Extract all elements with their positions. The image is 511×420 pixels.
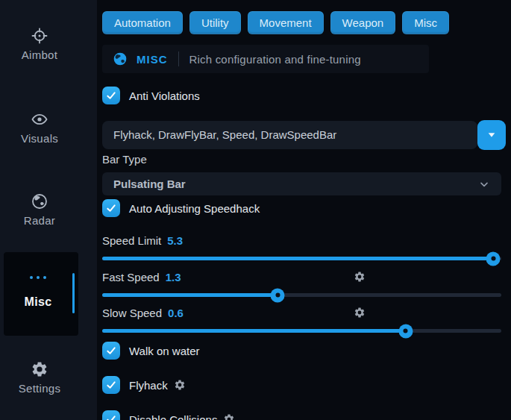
chevron-down-icon (478, 178, 490, 190)
slider-fill (102, 257, 493, 260)
divider (178, 51, 179, 66)
slider-thumb[interactable] (486, 251, 501, 266)
multiselect-value[interactable]: Flyhack, DrawFlyBar, Speed, DrawSpeedBar (102, 121, 477, 149)
gear-icon[interactable] (223, 413, 235, 420)
fast-speed-header: Fast Speed 1.3 (102, 271, 501, 283)
sidebar-item-visuals[interactable]: Visuals (0, 110, 79, 145)
slider-fill (102, 329, 406, 333)
slow-speed-header: Slow Speed 0.6 (102, 307, 501, 319)
bar-type-label: Bar Type (102, 153, 147, 166)
fast-speed-slider[interactable] (102, 293, 501, 297)
toggle-label: Anti Violations (129, 90, 200, 102)
slider-thumb[interactable] (271, 288, 285, 302)
crosshair-icon (0, 27, 79, 45)
checkbox-checked-icon[interactable] (102, 410, 120, 420)
triangle-down-icon (486, 129, 498, 141)
section-subtitle: Rich configuration and fine-tuning (189, 53, 361, 66)
tab-weapon[interactable]: Weapon (330, 11, 396, 34)
ellipsis-icon (4, 276, 72, 279)
tab-movement[interactable]: Movement (248, 11, 324, 34)
cheat-menu-window: Aimbot Visuals Radar (0, 0, 511, 420)
checkbox-checked-icon[interactable] (102, 87, 120, 104)
active-indicator (72, 273, 75, 313)
slider-label: Slow Speed (102, 307, 162, 319)
sidebar-item-radar[interactable]: Radar (0, 192, 79, 227)
sidebar-item-label: Visuals (0, 132, 79, 145)
checkbox-checked-icon[interactable] (102, 376, 120, 394)
tab-misc[interactable]: Misc (402, 11, 449, 34)
globe-icon (113, 51, 128, 66)
sidebar: Aimbot Visuals Radar (0, 0, 97, 420)
sidebar-item-label: Radar (0, 214, 79, 227)
category-tabs: Automation Utility Movement Weapon Misc (102, 11, 449, 34)
slider-value: 0.6 (168, 307, 184, 319)
slider-fill (102, 293, 278, 297)
slider-label: Fast Speed (102, 271, 160, 283)
section-title: MISC (137, 53, 168, 66)
auto-adjusting-speedhack-toggle[interactable]: Auto Adjusting Speedhack (102, 199, 260, 217)
slider-value: 1.3 (166, 271, 181, 283)
walk-on-water-toggle[interactable]: Walk on water (102, 342, 199, 360)
sidebar-item-label: Settings (0, 382, 79, 395)
checkbox-checked-icon[interactable] (102, 342, 120, 360)
slider-label: Speed Limit (102, 234, 161, 247)
sidebar-item-label: Aimbot (0, 48, 79, 61)
bar-type-select[interactable]: Pulsating Bar (102, 172, 501, 195)
eye-icon (0, 110, 79, 128)
toggle-label: Disable Collisions (129, 413, 217, 420)
flyhack-toggle[interactable]: Flyhack (102, 376, 186, 394)
sidebar-item-misc-selected[interactable]: Misc (4, 252, 78, 336)
multiselect-dropdown-button[interactable] (477, 120, 506, 150)
gear-icon[interactable] (174, 379, 186, 391)
speed-limit-header: Speed Limit 5.3 (102, 234, 501, 247)
slider-value: 5.3 (167, 234, 183, 247)
toggle-label: Flyhack (129, 379, 168, 392)
disable-collisions-toggle[interactable]: Disable Collisions (102, 410, 235, 420)
gear-icon (0, 360, 79, 378)
globe-icon (0, 192, 79, 210)
sidebar-item-aimbot[interactable]: Aimbot (0, 27, 79, 61)
tab-automation[interactable]: Automation (102, 11, 183, 34)
toggle-label: Auto Adjusting Speedhack (129, 202, 260, 215)
sidebar-item-settings[interactable]: Settings (0, 360, 79, 395)
slow-speed-slider[interactable] (102, 329, 501, 333)
gear-icon[interactable] (354, 271, 366, 283)
sidebar-item-label: Misc (4, 295, 72, 309)
gear-icon[interactable] (354, 307, 366, 319)
flags-multiselect: Flyhack, DrawFlyBar, Speed, DrawSpeedBar (102, 120, 506, 150)
tab-utility[interactable]: Utility (189, 11, 241, 34)
speed-limit-slider[interactable] (102, 257, 501, 260)
bar-type-value: Pulsating Bar (113, 178, 478, 190)
slider-thumb[interactable] (398, 324, 413, 338)
checkbox-checked-icon[interactable] (102, 199, 120, 217)
toggle-label: Walk on water (129, 345, 199, 357)
anti-violations-toggle[interactable]: Anti Violations (102, 87, 200, 104)
section-header: MISC Rich configuration and fine-tuning (102, 45, 429, 73)
